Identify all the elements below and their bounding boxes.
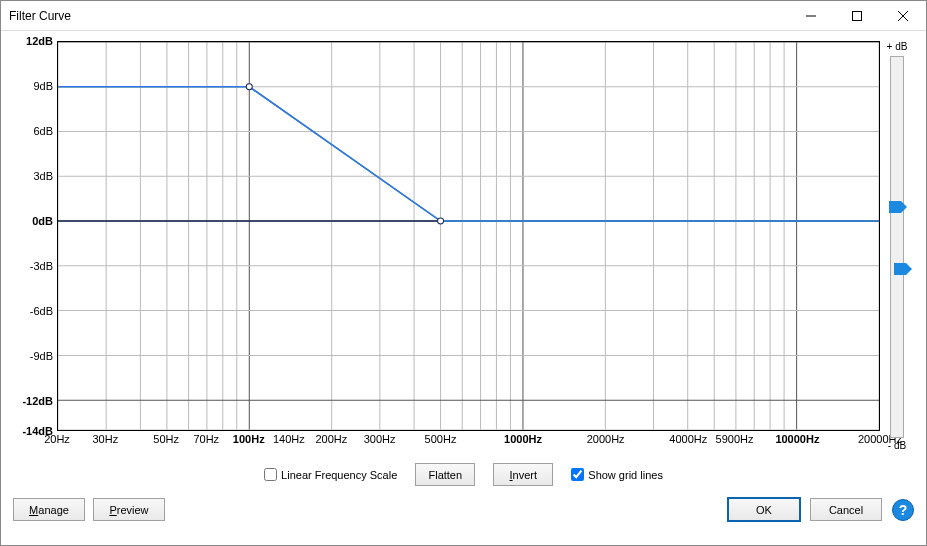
maximize-button[interactable] (834, 1, 880, 31)
titlebar: Filter Curve (1, 1, 926, 31)
y-tick: -6dB (30, 305, 53, 317)
y-axis: 12dB9dB6dB3dB0dB-3dB-6dB-9dB-12dB-14dB (13, 41, 57, 453)
flatten-button[interactable]: Flatten (415, 463, 475, 486)
y-tick: 6dB (33, 125, 53, 137)
y-tick: 0dB (32, 215, 53, 227)
y-tick: -12dB (22, 395, 53, 407)
x-axis: 20Hz30Hz50Hz70Hz100Hz140Hz200Hz300Hz500H… (57, 431, 880, 453)
svg-point-44 (438, 218, 444, 224)
linear-scale-checkbox[interactable] (264, 468, 277, 481)
slider-bottom-label: - dB (888, 440, 906, 451)
x-tick: 4000Hz (669, 433, 707, 445)
y-tick: 12dB (26, 35, 53, 47)
manage-button[interactable]: Manage (13, 498, 85, 521)
window-title: Filter Curve (9, 9, 788, 23)
x-tick: 50Hz (153, 433, 179, 445)
x-tick: 200Hz (315, 433, 347, 445)
close-button[interactable] (880, 1, 926, 31)
show-grid-checkbox-label[interactable]: Show grid lines (571, 468, 663, 481)
invert-button[interactable]: Invert (493, 463, 553, 486)
x-tick: 2000Hz (587, 433, 625, 445)
y-tick: 3dB (33, 170, 53, 182)
ok-button[interactable]: OK (728, 498, 800, 521)
x-tick: 5900Hz (716, 433, 754, 445)
bottom-row: Manage Preview OK Cancel ? (1, 494, 926, 531)
filter-curve-plot[interactable] (57, 41, 880, 431)
gain-slider-column: + dB - dB (880, 41, 914, 453)
linear-scale-checkbox-label[interactable]: Linear Frequency Scale (264, 468, 397, 481)
x-tick: 100Hz (233, 433, 265, 445)
cancel-button[interactable]: Cancel (810, 498, 882, 521)
x-tick: 70Hz (193, 433, 219, 445)
x-tick: 140Hz (273, 433, 305, 445)
x-tick: 20Hz (44, 433, 70, 445)
x-tick: 500Hz (425, 433, 457, 445)
y-tick: 9dB (33, 80, 53, 92)
x-tick: 30Hz (92, 433, 118, 445)
x-tick: 1000Hz (504, 433, 542, 445)
help-button[interactable]: ? (892, 499, 914, 521)
y-tick: -9dB (30, 350, 53, 362)
svg-rect-1 (853, 11, 862, 20)
controls-row: Linear Frequency Scale Flatten Invert Sh… (13, 453, 914, 494)
gain-slider-thumb[interactable] (889, 201, 907, 213)
y-tick: -3dB (30, 260, 53, 272)
slider-top-label: + dB (887, 41, 908, 52)
preview-button[interactable]: Preview (93, 498, 165, 521)
x-tick: 300Hz (364, 433, 396, 445)
minimize-button[interactable] (788, 1, 834, 31)
gain-slider[interactable] (890, 56, 904, 438)
secondary-thumb[interactable] (894, 263, 912, 275)
show-grid-checkbox[interactable] (571, 468, 584, 481)
x-tick: 10000Hz (775, 433, 819, 445)
svg-point-43 (246, 84, 252, 90)
